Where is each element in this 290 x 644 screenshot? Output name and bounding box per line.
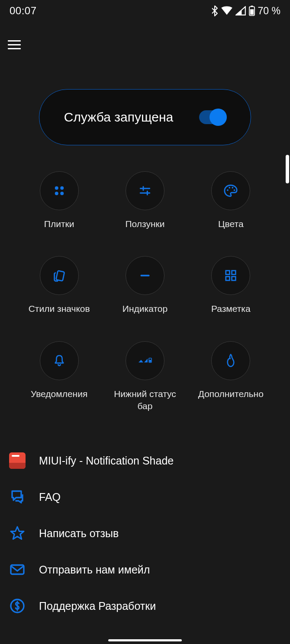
svg-rect-20 [232, 277, 236, 281]
settings-grid: Плитки Ползунки Цвета Стили значков Инди… [16, 171, 274, 412]
scroll-indicator[interactable] [286, 155, 289, 183]
info-list: MIUI-ify - Notification Shade FAQ Написа… [0, 442, 290, 624]
grid-label: Индикатор [122, 303, 168, 315]
grid-label: Стили значков [29, 303, 90, 315]
tiles-icon [40, 171, 79, 210]
svg-point-3 [55, 186, 58, 190]
grid-label: Нижний статус бар [114, 388, 176, 413]
grid-item-indicator[interactable]: Индикатор [102, 256, 188, 315]
list-item-review[interactable]: Написать отзыв [9, 515, 281, 551]
dollar-icon [9, 597, 26, 615]
list-item-support[interactable]: Поддержка Разработки [9, 588, 281, 624]
svg-rect-23 [11, 565, 24, 574]
faq-icon [9, 488, 26, 506]
svg-point-12 [229, 187, 231, 189]
svg-point-14 [234, 189, 235, 191]
indicator-icon [126, 256, 164, 295]
sliders-icon [126, 171, 164, 210]
service-toggle-pill[interactable]: Служба запущена [39, 89, 251, 145]
service-label: Служба запущена [64, 110, 173, 125]
grid-label: Дополнительно [198, 388, 264, 400]
list-item-faq[interactable]: FAQ [9, 479, 281, 515]
grid-item-layout[interactable]: Разметка [188, 256, 274, 315]
signal-icon [235, 6, 246, 16]
bell-icon [40, 341, 79, 380]
list-item-app[interactable]: MIUI-ify - Notification Shade [9, 442, 281, 479]
status-bar: 00:07 70 % [0, 0, 290, 22]
palette-icon [211, 171, 250, 210]
svg-rect-22 [149, 360, 151, 362]
status-icons: 70 % [211, 5, 280, 17]
battery-icon [248, 6, 255, 16]
list-label: FAQ [39, 491, 61, 503]
status-time: 00:07 [10, 5, 37, 17]
svg-rect-19 [226, 277, 230, 281]
grid-item-additional[interactable]: Дополнительно [188, 341, 274, 413]
list-label: Отправить нам имейл [39, 564, 150, 576]
app-bar [0, 22, 290, 59]
grid-label: Уведомления [31, 388, 87, 400]
app-icon [9, 452, 26, 469]
svg-point-13 [232, 187, 234, 189]
icon-styles-icon [40, 256, 79, 295]
grid-label: Разметка [211, 303, 251, 315]
svg-rect-2 [250, 9, 253, 15]
fire-icon [211, 341, 250, 380]
menu-button[interactable] [4, 35, 24, 54]
battery-percent: 70 % [258, 5, 280, 17]
svg-rect-15 [56, 271, 64, 281]
list-label: Написать отзыв [39, 527, 119, 540]
layout-icon [211, 256, 250, 295]
svg-point-5 [55, 192, 58, 195]
status-bar-icon [126, 341, 164, 380]
grid-item-icon-styles[interactable]: Стили значков [16, 256, 102, 315]
svg-point-4 [60, 186, 64, 190]
grid-item-colors[interactable]: Цвета [188, 171, 274, 230]
list-item-email[interactable]: Отправить нам имейл [9, 551, 281, 588]
grid-item-status-bar[interactable]: Нижний статус бар [102, 341, 188, 413]
wifi-icon [221, 6, 233, 16]
home-indicator[interactable] [108, 639, 182, 641]
grid-item-tiles[interactable]: Плитки [16, 171, 102, 230]
grid-item-sliders[interactable]: Ползунки [102, 171, 188, 230]
mail-icon [9, 561, 26, 578]
list-label: MIUI-ify - Notification Shade [39, 455, 174, 467]
svg-rect-1 [251, 6, 253, 6]
list-label: Поддержка Разработки [39, 600, 156, 612]
grid-label: Ползунки [126, 218, 165, 230]
svg-rect-17 [226, 271, 230, 275]
svg-rect-18 [232, 271, 236, 275]
svg-point-11 [227, 189, 229, 191]
star-icon [9, 525, 26, 542]
grid-item-notifications[interactable]: Уведомления [16, 341, 102, 413]
svg-point-6 [60, 192, 64, 195]
service-toggle-switch[interactable] [199, 110, 226, 124]
grid-label: Плитки [44, 218, 74, 230]
bluetooth-icon [211, 5, 218, 16]
grid-label: Цвета [218, 218, 244, 230]
